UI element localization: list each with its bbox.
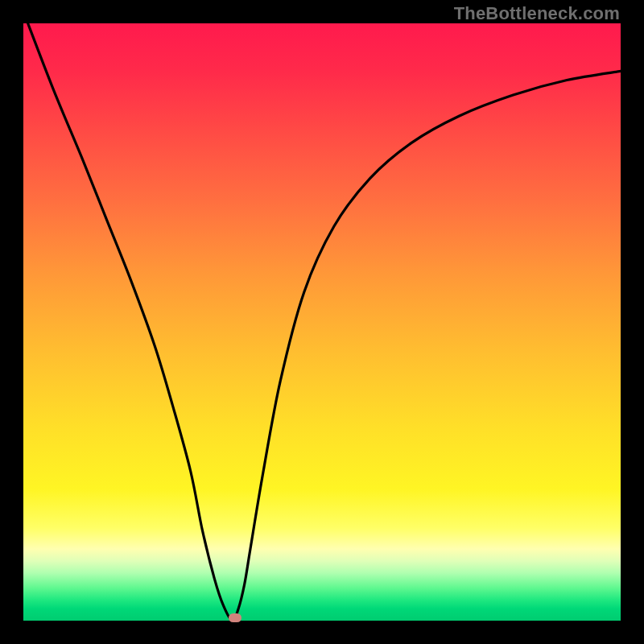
- chart-frame: TheBottleneck.com: [0, 0, 644, 644]
- watermark-text: TheBottleneck.com: [454, 3, 620, 24]
- bottleneck-curve: [23, 23, 621, 621]
- optimum-marker: [229, 613, 242, 622]
